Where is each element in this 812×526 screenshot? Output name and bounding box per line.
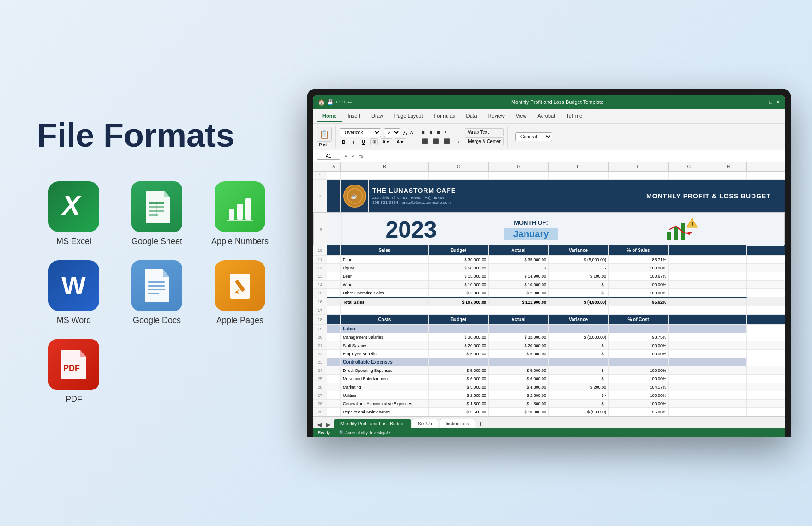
- col-header-f[interactable]: F: [609, 162, 669, 171]
- other-sales-pct[interactable]: 100.00%: [609, 289, 669, 297]
- sheet-tab-instructions[interactable]: Instructions: [440, 419, 475, 428]
- col-header-a[interactable]: A: [327, 162, 341, 171]
- music-variance[interactable]: $ -: [549, 375, 609, 383]
- beer-name[interactable]: Beer: [341, 272, 429, 280]
- ga-name[interactable]: General and Administrative Expenses: [341, 400, 429, 407]
- labor-header[interactable]: Labor: [341, 325, 429, 333]
- align-middle-icon[interactable]: ≡: [429, 129, 433, 136]
- repairs-pct[interactable]: 95.00%: [609, 408, 669, 416]
- beer-pct[interactable]: 100.67%: [609, 272, 669, 280]
- wine-actual[interactable]: $ 10,000.00: [489, 281, 549, 288]
- ga-budget[interactable]: $ 1,500.00: [429, 400, 489, 407]
- food-variance[interactable]: $ (5,000.00): [549, 256, 609, 263]
- beer-actual[interactable]: $ 14,900.00: [489, 272, 549, 280]
- wine-pct[interactable]: 100.00%: [609, 281, 669, 288]
- col-header-d[interactable]: D: [489, 162, 549, 171]
- borders-button[interactable]: ⊞: [370, 138, 378, 145]
- other-sales-variance[interactable]: $ -: [549, 289, 609, 297]
- marketing-actual[interactable]: $ 4,800.00: [489, 383, 549, 391]
- add-sheet-icon[interactable]: +: [478, 420, 483, 428]
- controllable-header[interactable]: Controllable Expenses: [341, 358, 429, 366]
- food-budget[interactable]: $ 30,000.00: [429, 256, 489, 263]
- col-header-g[interactable]: G: [669, 162, 710, 171]
- food-actual[interactable]: $ 35,000.00: [489, 256, 549, 263]
- sales-col[interactable]: Sales: [341, 245, 429, 255]
- food-name[interactable]: Food: [341, 256, 429, 263]
- google-sheet-icon[interactable]: [131, 181, 182, 232]
- indent-icon[interactable]: →: [454, 138, 461, 145]
- total-sales-name[interactable]: Total Sales: [341, 297, 429, 306]
- mgmt-actual[interactable]: $ 32,000.00: [489, 333, 549, 341]
- repairs-actual[interactable]: $ 10,000.00: [489, 408, 549, 416]
- cell-reference-input[interactable]: [317, 153, 340, 160]
- total-sales-pct[interactable]: 95.62%: [609, 297, 669, 306]
- wine-variance[interactable]: $ -: [549, 281, 609, 288]
- sheet-tab-monthly[interactable]: Monthly Profit and Loss Budget: [334, 419, 411, 428]
- merge-center-button[interactable]: Merge & Center: [465, 137, 504, 145]
- benefits-budget[interactable]: $ 5,000.00: [429, 350, 489, 358]
- col-header-c[interactable]: C: [429, 162, 489, 171]
- staff-pct[interactable]: 100.00%: [609, 341, 669, 349]
- apple-numbers-icon[interactable]: [215, 181, 265, 232]
- costs-col[interactable]: Costs: [341, 315, 429, 324]
- align-center-icon[interactable]: ⬛: [432, 137, 440, 145]
- other-sales-name[interactable]: Other Operating Sales: [341, 289, 429, 297]
- wrap-text-button[interactable]: Wrap Text: [465, 128, 504, 136]
- number-format-selector[interactable]: General: [515, 132, 552, 141]
- ga-actual[interactable]: $ 1,500.00: [489, 400, 549, 407]
- staff-budget[interactable]: $ 20,000.00: [429, 341, 489, 349]
- font-selector[interactable]: Overlock: [340, 128, 381, 137]
- tab-insert[interactable]: Insert: [342, 110, 366, 122]
- costs-actual-col[interactable]: Actual: [489, 315, 549, 324]
- benefits-name[interactable]: Employee Benefits: [341, 350, 429, 358]
- tab-page-layout[interactable]: Page Layout: [389, 110, 429, 122]
- direct-budget[interactable]: $ 5,000.00: [429, 366, 489, 374]
- benefits-pct[interactable]: 100.00%: [609, 350, 669, 358]
- col-header-e[interactable]: E: [549, 162, 609, 171]
- align-top-icon[interactable]: ≡: [421, 129, 425, 136]
- music-budget[interactable]: $ 6,000.00: [429, 375, 489, 383]
- direct-name[interactable]: Direct Operating Expenses: [341, 366, 429, 374]
- mgmt-budget[interactable]: $ 30,000.00: [429, 333, 489, 341]
- repairs-variance[interactable]: $ (500.00): [549, 408, 609, 416]
- col-header-h[interactable]: H: [710, 162, 747, 171]
- liquor-budget[interactable]: $ 50,000.00: [429, 264, 489, 272]
- fill-color-button[interactable]: A▼: [381, 138, 392, 145]
- repairs-name[interactable]: Repairs and Maintenance: [341, 408, 429, 416]
- total-sales-variance[interactable]: $ (4,900.00): [549, 297, 609, 306]
- col-header-b[interactable]: B: [341, 162, 429, 171]
- wrap-text-icon[interactable]: ↵: [444, 128, 450, 136]
- formula-input[interactable]: [371, 154, 781, 159]
- google-docs-icon[interactable]: [131, 260, 182, 311]
- tab-review[interactable]: Review: [483, 110, 510, 122]
- beer-budget[interactable]: $ 15,000.00: [429, 272, 489, 280]
- bold-button[interactable]: B: [340, 138, 348, 146]
- marketing-name[interactable]: Marketing: [341, 383, 429, 391]
- marketing-variance[interactable]: $ 200.00: [549, 383, 609, 391]
- mgmt-name[interactable]: Management Salaries: [341, 333, 429, 341]
- ms-word-icon[interactable]: W: [48, 260, 99, 311]
- ms-excel-icon[interactable]: X: [48, 181, 99, 232]
- music-pct[interactable]: 100.00%: [609, 375, 669, 383]
- sheet-tab-setup[interactable]: Set Up: [412, 419, 438, 428]
- nav-left-icon[interactable]: ◀: [317, 421, 322, 428]
- actual-col[interactable]: Actual: [489, 245, 549, 255]
- tab-acrobat[interactable]: Acrobat: [532, 110, 561, 122]
- apple-pages-icon[interactable]: [215, 260, 265, 311]
- other-sales-budget[interactable]: $ 2,000.00: [429, 289, 489, 297]
- wine-name[interactable]: Wine: [341, 281, 429, 288]
- utilities-name[interactable]: Utilities: [341, 391, 429, 399]
- font-color-button[interactable]: A▼: [395, 138, 406, 145]
- liquor-pct[interactable]: 100.00%: [609, 264, 669, 272]
- costs-pct-col[interactable]: % of Cost: [609, 315, 669, 324]
- paste-icon[interactable]: 📋: [317, 127, 332, 142]
- utilities-actual[interactable]: $ 2,500.00: [489, 391, 549, 399]
- music-actual[interactable]: $ 6,000.00: [489, 375, 549, 383]
- pct-sales-col[interactable]: % of Sales: [609, 245, 669, 255]
- tab-formulas[interactable]: Formulas: [429, 110, 461, 122]
- ga-variance[interactable]: $ -: [549, 400, 609, 407]
- marketing-pct[interactable]: 104.17%: [609, 383, 669, 391]
- music-name[interactable]: Music and Entertainment: [341, 375, 429, 383]
- utilities-variance[interactable]: $ -: [549, 391, 609, 399]
- total-sales-budget[interactable]: $ 107,000.00: [429, 297, 489, 306]
